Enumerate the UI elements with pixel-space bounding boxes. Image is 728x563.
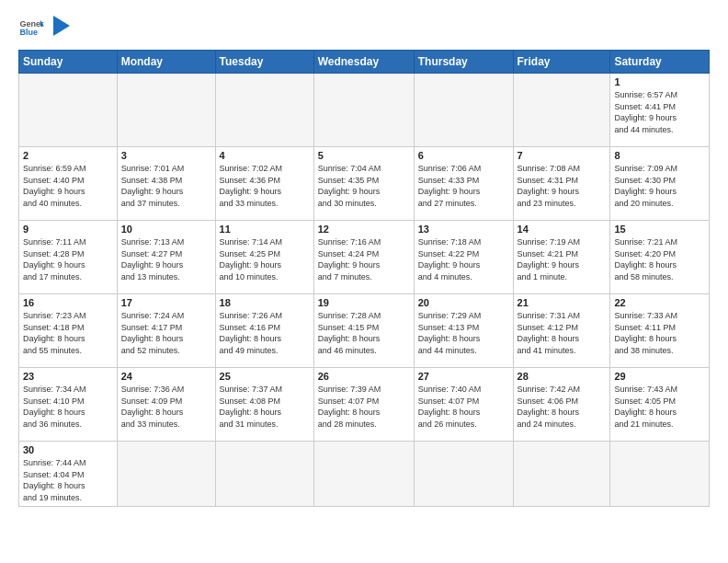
calendar-cell xyxy=(313,442,414,507)
calendar-week-6: 30Sunrise: 7:44 AM Sunset: 4:04 PM Dayli… xyxy=(19,442,710,507)
day-info: Sunrise: 7:08 AM Sunset: 4:31 PM Dayligh… xyxy=(518,163,607,209)
calendar-cell: 30Sunrise: 7:44 AM Sunset: 4:04 PM Dayli… xyxy=(19,442,118,507)
svg-text:Blue: Blue xyxy=(19,28,38,37)
day-info: Sunrise: 6:57 AM Sunset: 4:41 PM Dayligh… xyxy=(614,89,705,135)
weekday-header-wednesday: Wednesday xyxy=(313,51,414,74)
day-info: Sunrise: 7:28 AM Sunset: 4:15 PM Dayligh… xyxy=(318,310,410,356)
calendar-week-3: 9Sunrise: 7:11 AM Sunset: 4:28 PM Daylig… xyxy=(19,221,710,294)
day-info: Sunrise: 7:11 AM Sunset: 4:28 PM Dayligh… xyxy=(23,236,113,282)
day-info: Sunrise: 6:59 AM Sunset: 4:40 PM Dayligh… xyxy=(23,163,113,209)
day-number: 6 xyxy=(418,150,509,161)
calendar-cell: 21Sunrise: 7:31 AM Sunset: 4:12 PM Dayli… xyxy=(513,294,610,368)
weekday-header-friday: Friday xyxy=(513,51,610,74)
calendar-cell: 18Sunrise: 7:26 AM Sunset: 4:16 PM Dayli… xyxy=(215,294,313,368)
weekday-header-monday: Monday xyxy=(117,51,215,74)
day-number: 18 xyxy=(220,297,310,308)
calendar-cell xyxy=(610,442,710,507)
calendar-cell: 14Sunrise: 7:19 AM Sunset: 4:21 PM Dayli… xyxy=(513,221,610,294)
day-number: 10 xyxy=(121,224,211,235)
calendar-cell: 9Sunrise: 7:11 AM Sunset: 4:28 PM Daylig… xyxy=(19,221,118,294)
calendar-cell: 15Sunrise: 7:21 AM Sunset: 4:20 PM Dayli… xyxy=(610,221,710,294)
day-number: 17 xyxy=(121,297,211,308)
calendar-cell: 4Sunrise: 7:02 AM Sunset: 4:36 PM Daylig… xyxy=(215,147,313,221)
day-info: Sunrise: 7:16 AM Sunset: 4:24 PM Dayligh… xyxy=(318,236,410,282)
weekday-header-tuesday: Tuesday xyxy=(215,51,313,74)
day-info: Sunrise: 7:39 AM Sunset: 4:07 PM Dayligh… xyxy=(318,384,410,430)
day-info: Sunrise: 7:23 AM Sunset: 4:18 PM Dayligh… xyxy=(23,310,113,356)
calendar-cell: 2Sunrise: 6:59 AM Sunset: 4:40 PM Daylig… xyxy=(19,147,118,221)
calendar-cell xyxy=(117,74,215,147)
day-number: 25 xyxy=(220,371,310,382)
calendar-cell xyxy=(513,74,610,147)
day-number: 11 xyxy=(220,224,310,235)
logo-icon: General Blue xyxy=(18,15,44,40)
day-info: Sunrise: 7:42 AM Sunset: 4:06 PM Dayligh… xyxy=(518,384,607,430)
calendar-week-2: 2Sunrise: 6:59 AM Sunset: 4:40 PM Daylig… xyxy=(19,147,710,221)
calendar-cell: 5Sunrise: 7:04 AM Sunset: 4:35 PM Daylig… xyxy=(313,147,414,221)
calendar-week-1: 1Sunrise: 6:57 AM Sunset: 4:41 PM Daylig… xyxy=(19,74,710,147)
day-number: 15 xyxy=(614,224,705,235)
page: General Blue SundayMondayTuesdayWednesda… xyxy=(0,0,728,563)
day-info: Sunrise: 7:33 AM Sunset: 4:11 PM Dayligh… xyxy=(614,310,705,356)
calendar-cell: 17Sunrise: 7:24 AM Sunset: 4:17 PM Dayli… xyxy=(117,294,215,368)
day-info: Sunrise: 7:01 AM Sunset: 4:38 PM Dayligh… xyxy=(121,163,211,209)
day-info: Sunrise: 7:09 AM Sunset: 4:30 PM Dayligh… xyxy=(614,163,705,209)
calendar-cell: 20Sunrise: 7:29 AM Sunset: 4:13 PM Dayli… xyxy=(414,294,513,368)
calendar-cell: 28Sunrise: 7:42 AM Sunset: 4:06 PM Dayli… xyxy=(513,368,610,442)
day-number: 8 xyxy=(614,150,705,161)
day-info: Sunrise: 7:21 AM Sunset: 4:20 PM Dayligh… xyxy=(614,236,705,282)
day-info: Sunrise: 7:19 AM Sunset: 4:21 PM Dayligh… xyxy=(518,236,607,282)
day-number: 9 xyxy=(23,224,113,235)
day-number: 24 xyxy=(121,371,211,382)
day-number: 27 xyxy=(418,371,509,382)
calendar-cell xyxy=(215,74,313,147)
calendar-cell: 19Sunrise: 7:28 AM Sunset: 4:15 PM Dayli… xyxy=(313,294,414,368)
day-number: 2 xyxy=(23,150,113,161)
day-info: Sunrise: 7:26 AM Sunset: 4:16 PM Dayligh… xyxy=(220,310,310,356)
day-info: Sunrise: 7:29 AM Sunset: 4:13 PM Dayligh… xyxy=(418,310,509,356)
calendar-cell: 13Sunrise: 7:18 AM Sunset: 4:22 PM Dayli… xyxy=(414,221,513,294)
header: General Blue xyxy=(18,15,710,40)
calendar-cell: 25Sunrise: 7:37 AM Sunset: 4:08 PM Dayli… xyxy=(215,368,313,442)
day-number: 4 xyxy=(220,150,310,161)
calendar-cell: 11Sunrise: 7:14 AM Sunset: 4:25 PM Dayli… xyxy=(215,221,313,294)
calendar-cell xyxy=(513,442,610,507)
day-number: 3 xyxy=(121,150,211,161)
day-number: 1 xyxy=(614,76,705,87)
day-number: 19 xyxy=(318,297,410,308)
calendar-cell: 10Sunrise: 7:13 AM Sunset: 4:27 PM Dayli… xyxy=(117,221,215,294)
calendar-cell xyxy=(117,442,215,507)
calendar-cell: 29Sunrise: 7:43 AM Sunset: 4:05 PM Dayli… xyxy=(610,368,710,442)
day-number: 5 xyxy=(318,150,410,161)
calendar-cell xyxy=(414,74,513,147)
day-number: 21 xyxy=(518,297,607,308)
calendar-cell xyxy=(414,442,513,507)
calendar-cell: 7Sunrise: 7:08 AM Sunset: 4:31 PM Daylig… xyxy=(513,147,610,221)
day-info: Sunrise: 7:40 AM Sunset: 4:07 PM Dayligh… xyxy=(418,384,509,430)
calendar-cell: 24Sunrise: 7:36 AM Sunset: 4:09 PM Dayli… xyxy=(117,368,215,442)
day-info: Sunrise: 7:04 AM Sunset: 4:35 PM Dayligh… xyxy=(318,163,410,209)
calendar-cell: 12Sunrise: 7:16 AM Sunset: 4:24 PM Dayli… xyxy=(313,221,414,294)
calendar-cell: 23Sunrise: 7:34 AM Sunset: 4:10 PM Dayli… xyxy=(19,368,118,442)
day-info: Sunrise: 7:44 AM Sunset: 4:04 PM Dayligh… xyxy=(23,457,113,503)
weekday-header-sunday: Sunday xyxy=(19,51,118,74)
day-number: 13 xyxy=(418,224,509,235)
calendar-cell: 16Sunrise: 7:23 AM Sunset: 4:18 PM Dayli… xyxy=(19,294,118,368)
weekday-header-saturday: Saturday xyxy=(610,51,710,74)
calendar-week-5: 23Sunrise: 7:34 AM Sunset: 4:10 PM Dayli… xyxy=(19,368,710,442)
calendar-cell: 1Sunrise: 6:57 AM Sunset: 4:41 PM Daylig… xyxy=(610,74,710,147)
day-info: Sunrise: 7:13 AM Sunset: 4:27 PM Dayligh… xyxy=(121,236,211,282)
day-number: 20 xyxy=(418,297,509,308)
calendar-cell: 27Sunrise: 7:40 AM Sunset: 4:07 PM Dayli… xyxy=(414,368,513,442)
day-number: 7 xyxy=(518,150,607,161)
day-number: 23 xyxy=(23,371,113,382)
day-info: Sunrise: 7:14 AM Sunset: 4:25 PM Dayligh… xyxy=(220,236,310,282)
day-number: 29 xyxy=(614,371,705,382)
day-info: Sunrise: 7:06 AM Sunset: 4:33 PM Dayligh… xyxy=(418,163,509,209)
day-number: 16 xyxy=(23,297,113,308)
calendar-cell: 6Sunrise: 7:06 AM Sunset: 4:33 PM Daylig… xyxy=(414,147,513,221)
calendar-table: SundayMondayTuesdayWednesdayThursdayFrid… xyxy=(18,50,710,507)
day-info: Sunrise: 7:34 AM Sunset: 4:10 PM Dayligh… xyxy=(23,384,113,430)
weekday-header-row: SundayMondayTuesdayWednesdayThursdayFrid… xyxy=(19,51,710,74)
day-info: Sunrise: 7:18 AM Sunset: 4:22 PM Dayligh… xyxy=(418,236,509,282)
